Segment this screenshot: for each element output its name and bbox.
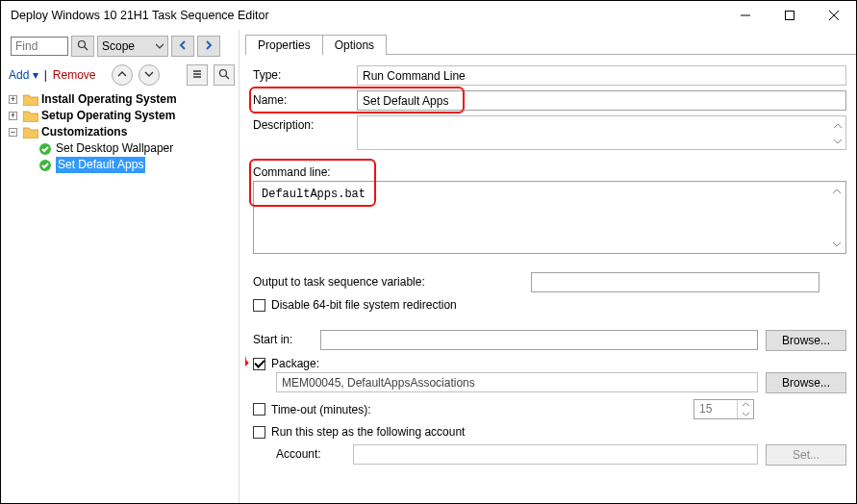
timeout-label: Time-out (minutes): [271, 403, 371, 416]
folder-icon [23, 125, 38, 140]
tabstrip: Properties Options [245, 32, 856, 55]
cmd-section: Command line: DefaultApps.bat [253, 163, 846, 254]
caret-up-icon [834, 118, 842, 132]
spinner-up-icon[interactable] [738, 400, 753, 410]
package-checkbox[interactable] [253, 358, 265, 370]
move-down-button[interactable] [139, 64, 160, 86]
svg-point-1 [79, 40, 86, 47]
folder-icon [23, 92, 38, 108]
move-up-button[interactable] [112, 64, 133, 86]
caret-down-icon [834, 134, 842, 147]
package-browse-button[interactable]: Browse... [766, 372, 846, 393]
tree-item-setup-os[interactable]: + Setup Operating System [9, 108, 233, 124]
chevron-up-icon [117, 68, 127, 82]
tree-item-wallpaper[interactable]: Set Desktop Wallpaper [9, 140, 233, 157]
cmd-value: DefaultApps.bat [254, 182, 845, 207]
startin-input[interactable] [320, 330, 758, 350]
search-icon [218, 68, 230, 83]
description-label: Description: [253, 115, 357, 132]
disable64-checkbox[interactable] [253, 299, 265, 312]
timeout-spinner[interactable]: 15 [693, 399, 754, 419]
cmd-input[interactable]: DefaultApps.bat [253, 181, 846, 254]
expand-icon[interactable]: + [9, 112, 17, 120]
package-label: Package: [271, 357, 319, 370]
timeout-value: 15 [694, 400, 737, 418]
search-button-2[interactable] [214, 64, 235, 86]
body: Scope Add ▾ | Remove [1, 30, 856, 503]
cmd-label: Command line: [253, 163, 846, 179]
row-runas[interactable]: Run this step as the following account [253, 425, 846, 439]
dropdown-caret-icon: ▾ [33, 68, 38, 82]
type-value: Run Command Line [357, 65, 846, 86]
tab-options[interactable]: Options [322, 35, 387, 55]
check-icon [38, 158, 53, 173]
type-label: Type: [253, 65, 357, 82]
nav-back-button[interactable] [171, 36, 194, 57]
startin-browse-button[interactable]: Browse... [766, 330, 846, 351]
window-buttons [723, 1, 856, 30]
row-timeout[interactable]: Time-out (minutes): 15 [253, 399, 846, 419]
remove-button[interactable]: Remove [53, 68, 96, 82]
caret-up-icon[interactable] [828, 183, 844, 199]
left-panel: Scope Add ▾ | Remove [1, 30, 239, 503]
add-button[interactable]: Add ▾ [9, 68, 38, 82]
row-account: Account: Set... [253, 444, 846, 466]
properties-button[interactable] [187, 64, 208, 86]
tree-item-default-apps[interactable]: Set Default Apps [9, 157, 233, 173]
row-disable64[interactable]: Disable 64-bit file system redirection [253, 298, 846, 312]
tree-label: Set Default Apps [56, 157, 145, 173]
runas-label: Run this step as the following account [271, 425, 465, 439]
expand-icon[interactable]: + [9, 95, 17, 104]
svg-rect-0 [786, 12, 794, 20]
add-remove-toolbar: Add ▾ | Remove [5, 63, 235, 89]
tree-label: Set Desktop Wallpaper [56, 140, 173, 157]
tree-item-install-os[interactable]: + Install Operating System [9, 91, 233, 108]
tree-label: Install Operating System [41, 91, 177, 108]
account-input [353, 444, 758, 465]
spinner-down-icon[interactable] [738, 410, 753, 419]
row-description: Description: [253, 115, 846, 150]
tab-properties[interactable]: Properties [245, 35, 323, 55]
account-set-button: Set... [766, 444, 846, 466]
task-tree[interactable]: + Install Operating System + Setup Opera… [5, 89, 235, 175]
scope-label: Scope [102, 39, 135, 53]
separator: | [44, 68, 47, 82]
cmd-scrollbar[interactable] [828, 183, 844, 252]
tree-item-customizations[interactable]: − Customizations [9, 124, 233, 140]
runas-checkbox[interactable] [253, 426, 265, 439]
check-icon [38, 141, 53, 157]
output-label: Output to task sequence variable: [253, 272, 425, 289]
tree-label: Customizations [41, 124, 127, 140]
nav-forward-button[interactable] [197, 36, 220, 57]
row-type: Type: Run Command Line [253, 65, 846, 86]
row-package-check[interactable]: Package: [253, 357, 846, 370]
find-input[interactable] [11, 37, 68, 56]
scope-select[interactable]: Scope [97, 36, 168, 57]
startin-label: Start in: [253, 330, 320, 346]
package-input: MEM00045, DefaultAppsAssociations [276, 372, 758, 392]
find-toolbar: Scope [11, 36, 235, 57]
description-input[interactable] [357, 115, 846, 150]
name-input[interactable]: Set Default Apps [357, 90, 846, 111]
chevron-down-icon [156, 39, 164, 53]
timeout-checkbox[interactable] [253, 403, 265, 416]
arrow-right-icon [203, 39, 214, 54]
svg-point-2 [220, 69, 227, 76]
chevron-down-icon [144, 68, 154, 82]
search-icon [77, 39, 88, 54]
search-button[interactable] [71, 36, 94, 57]
caret-down-icon[interactable] [828, 236, 844, 252]
row-output-var: Output to task sequence variable: [253, 272, 846, 292]
window-title: Deploy Windows 10 21H1 Task Sequence Edi… [11, 9, 723, 22]
list-icon [191, 68, 203, 83]
output-input[interactable] [531, 272, 819, 292]
tree-label: Setup Operating System [41, 108, 175, 124]
collapse-icon[interactable]: − [9, 128, 17, 137]
properties-pane: Type: Run Command Line Name: Set Default… [245, 55, 856, 503]
account-label: Account: [276, 444, 353, 461]
name-label: Name: [253, 90, 357, 107]
minimize-button[interactable] [723, 1, 768, 30]
close-button[interactable] [812, 1, 856, 30]
maximize-button[interactable] [768, 1, 812, 30]
right-panel: Properties Options Type: Run Command Lin… [239, 30, 856, 503]
